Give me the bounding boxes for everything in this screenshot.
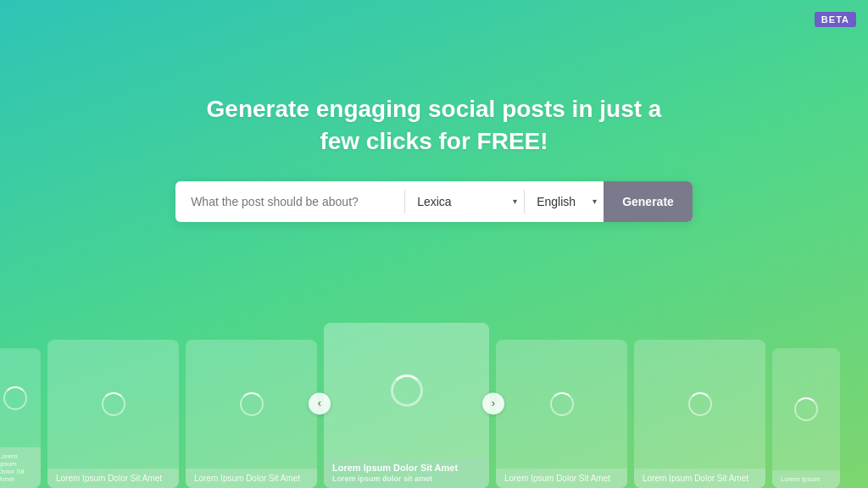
list-item: Lorem Ipsum Dolor Sit Amet Lorem ipsum d… bbox=[324, 323, 489, 488]
hero-section: Generate engaging social posts in just a… bbox=[0, 0, 868, 222]
loading-spinner bbox=[240, 392, 264, 416]
carousel-container: Lorem Ipsum Dolor Sit Amet Lorem Ipsum D… bbox=[0, 306, 868, 488]
card-image-area bbox=[772, 348, 840, 470]
card-image-area bbox=[496, 340, 627, 469]
list-item: Lorem Ipsum Dolor Sit Amet bbox=[634, 340, 765, 488]
card-footer: Lorem Ipsum bbox=[772, 470, 840, 488]
card-caption: Lorem Ipsum Dolor Sit Amet bbox=[56, 474, 170, 483]
tool-select-wrapper: Lexica DALL-E Stable Diffusion ▾ bbox=[405, 181, 524, 222]
card-image-area bbox=[634, 340, 765, 469]
card-footer: Lorem Ipsum Dolor Sit Amet bbox=[634, 469, 765, 488]
language-select[interactable]: English Spanish French German bbox=[525, 181, 604, 222]
card-footer: Lorem Ipsum Dolor Sit Amet bbox=[186, 469, 317, 488]
loading-spinner-large bbox=[391, 374, 423, 407]
card-image-area bbox=[324, 323, 489, 458]
card-caption-sub: Lorem ipsum dolor sit amet bbox=[332, 474, 481, 483]
card-image-area bbox=[0, 348, 41, 447]
carousel-next-button[interactable]: › bbox=[482, 392, 504, 414]
loading-spinner bbox=[3, 386, 27, 410]
beta-badge: BETA bbox=[815, 12, 856, 27]
cards-row: Lorem Ipsum Dolor Sit Amet Lorem Ipsum D… bbox=[0, 306, 868, 488]
hero-title: Generate engaging social posts in just a… bbox=[197, 93, 671, 158]
loading-spinner bbox=[550, 392, 574, 416]
list-item: Lorem Ipsum Dolor Sit Amet bbox=[496, 340, 627, 488]
card-partial-left: Lorem Ipsum Dolor Sit Amet bbox=[0, 348, 41, 488]
loading-spinner bbox=[688, 392, 712, 416]
card-partial-right: Lorem Ipsum bbox=[772, 348, 840, 488]
language-select-wrapper: English Spanish French German ▾ bbox=[525, 181, 604, 222]
generate-button[interactable]: Generate bbox=[604, 181, 693, 222]
card-caption: Lorem Ipsum Dolor Sit Amet bbox=[504, 474, 619, 483]
card-footer: Lorem Ipsum Dolor Sit Amet bbox=[0, 447, 41, 488]
card-caption: Lorem Ipsum Dolor Sit Amet bbox=[194, 474, 309, 483]
card-caption: Lorem Ipsum Dolor Sit Amet bbox=[332, 463, 481, 473]
card-caption: Lorem Ipsum Dolor Sit Amet bbox=[643, 474, 757, 483]
card-footer: Lorem Ipsum Dolor Sit Amet bbox=[47, 469, 179, 488]
tool-select[interactable]: Lexica DALL-E Stable Diffusion bbox=[405, 181, 524, 222]
card-caption: Lorem Ipsum bbox=[781, 475, 832, 483]
card-footer: Lorem Ipsum Dolor Sit Amet bbox=[496, 469, 627, 488]
search-input[interactable] bbox=[175, 181, 404, 222]
list-item: Lorem Ipsum Dolor Sit Amet bbox=[186, 340, 317, 488]
center-card-wrapper: ‹ Lorem Ipsum Dolor Sit Amet Lorem ipsum… bbox=[324, 323, 489, 488]
card-image-area bbox=[186, 340, 317, 469]
search-bar: Lexica DALL-E Stable Diffusion ▾ English… bbox=[175, 181, 693, 222]
card-caption: Lorem Ipsum Dolor Sit Amet bbox=[0, 452, 32, 483]
loading-spinner bbox=[794, 397, 818, 421]
card-image-area bbox=[47, 340, 179, 469]
loading-spinner bbox=[102, 392, 125, 416]
list-item: Lorem Ipsum Dolor Sit Amet bbox=[47, 340, 179, 488]
carousel-prev-button[interactable]: ‹ bbox=[309, 392, 331, 414]
card-footer-center: Lorem Ipsum Dolor Sit Amet Lorem ipsum d… bbox=[324, 458, 489, 488]
